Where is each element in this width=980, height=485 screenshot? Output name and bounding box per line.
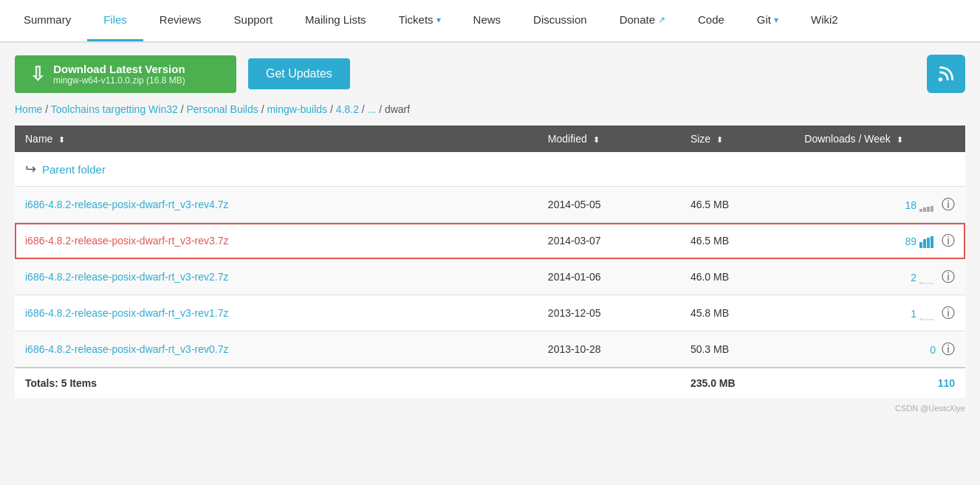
donate-external-icon: ↗ bbox=[658, 15, 665, 25]
svg-rect-8 bbox=[931, 236, 933, 248]
file-link[interactable]: i686-4.8.2-release-posix-dwarf-rt_v3-rev… bbox=[25, 271, 228, 283]
table-header-row: Name ⬍ Modified ⬍ Size ⬍ Downloads / Wee… bbox=[15, 125, 965, 152]
info-icon[interactable]: ⓘ bbox=[942, 233, 955, 248]
totals-size: 235.0 MB bbox=[680, 368, 794, 398]
svg-rect-11 bbox=[927, 283, 930, 284]
file-downloads: 18ⓘ bbox=[794, 187, 965, 223]
download-button-label: Download Latest Version bbox=[53, 63, 185, 75]
svg-rect-14 bbox=[923, 319, 926, 320]
breadcrumb-current: dwarf bbox=[385, 103, 410, 115]
col-header-size[interactable]: Size ⬍ bbox=[680, 125, 794, 152]
file-size: 45.8 MB bbox=[680, 295, 794, 331]
nav-mailing-lists[interactable]: Mailing Lists bbox=[289, 0, 383, 41]
file-modified: 2014-01-06 bbox=[538, 259, 680, 295]
info-icon[interactable]: ⓘ bbox=[942, 306, 955, 320]
rss-icon bbox=[936, 64, 956, 83]
col-header-modified[interactable]: Modified ⬍ bbox=[538, 125, 680, 152]
main-content: ⇩ Download Latest Version mingw-w64-v11.… bbox=[0, 43, 980, 424]
file-link[interactable]: i686-4.8.2-release-posix-dwarf-rt_v3-rev… bbox=[25, 235, 228, 247]
svg-point-0 bbox=[939, 78, 942, 81]
download-button-sub: mingw-w64-v11.0.0.zip (16.8 MB) bbox=[53, 75, 185, 86]
top-navigation: Summary Files Reviews Support Mailing Li… bbox=[0, 0, 980, 43]
mini-chart bbox=[919, 200, 936, 212]
file-downloads: 2ⓘ bbox=[794, 259, 965, 295]
table-row: i686-4.8.2-release-posix-dwarf-rt_v3-rev… bbox=[15, 259, 965, 295]
file-link[interactable]: i686-4.8.2-release-posix-dwarf-rt_v3-rev… bbox=[25, 307, 228, 319]
breadcrumb-home[interactable]: Home bbox=[15, 103, 42, 115]
name-sort-icon: ⬍ bbox=[58, 135, 65, 144]
nav-wiki2[interactable]: Wiki2 bbox=[795, 0, 854, 41]
breadcrumb-toolchains[interactable]: Toolchains targetting Win32 bbox=[51, 103, 178, 115]
svg-rect-7 bbox=[927, 238, 930, 248]
mini-chart bbox=[919, 309, 936, 320]
svg-rect-3 bbox=[927, 207, 930, 212]
col-header-name[interactable]: Name ⬍ bbox=[15, 125, 538, 152]
download-bar: ⇩ Download Latest Version mingw-w64-v11.… bbox=[15, 55, 965, 93]
parent-folder-link[interactable]: Parent folder bbox=[42, 163, 106, 176]
download-icon: ⇩ bbox=[30, 63, 46, 86]
file-modified: 2013-12-05 bbox=[538, 295, 680, 331]
info-icon[interactable]: ⓘ bbox=[942, 342, 955, 357]
nav-donate[interactable]: Donate ↗ bbox=[603, 0, 682, 41]
rss-button[interactable] bbox=[927, 55, 965, 93]
svg-rect-6 bbox=[923, 239, 926, 248]
breadcrumb-version[interactable]: 4.8.2 bbox=[336, 103, 359, 115]
file-downloads: 89ⓘ bbox=[794, 223, 965, 259]
nav-git[interactable]: Git ▾ bbox=[741, 0, 795, 41]
info-icon[interactable]: ⓘ bbox=[942, 269, 955, 284]
totals-label: Totals: 5 Items bbox=[15, 368, 538, 398]
svg-rect-13 bbox=[919, 318, 922, 320]
parent-folder-row: ↪ Parent folder bbox=[15, 152, 965, 187]
downloads-sort-icon: ⬍ bbox=[897, 135, 903, 144]
svg-rect-15 bbox=[927, 319, 930, 320]
file-modified: 2013-10-28 bbox=[538, 331, 680, 368]
file-link[interactable]: i686-4.8.2-release-posix-dwarf-rt_v3-rev… bbox=[25, 199, 228, 210]
svg-rect-1 bbox=[919, 209, 922, 212]
breadcrumb-personal-builds[interactable]: Personal Builds bbox=[186, 103, 258, 115]
table-row: i686-4.8.2-release-posix-dwarf-rt_v3-rev… bbox=[15, 223, 965, 259]
nav-reviews[interactable]: Reviews bbox=[143, 0, 218, 41]
svg-rect-16 bbox=[931, 319, 933, 320]
file-table: Name ⬍ Modified ⬍ Size ⬍ Downloads / Wee… bbox=[15, 125, 965, 398]
svg-rect-12 bbox=[931, 283, 933, 284]
tickets-dropdown-icon: ▾ bbox=[436, 15, 441, 25]
col-header-downloads[interactable]: Downloads / Week ⬍ bbox=[794, 125, 965, 152]
nav-files[interactable]: Files bbox=[87, 0, 143, 41]
file-link[interactable]: i686-4.8.2-release-posix-dwarf-rt_v3-rev… bbox=[25, 343, 228, 355]
parent-folder-arrow-icon: ↪ bbox=[25, 161, 36, 177]
nav-news[interactable]: News bbox=[457, 0, 518, 41]
breadcrumb-ellipsis[interactable]: ... bbox=[368, 103, 377, 115]
file-modified: 2014-03-07 bbox=[538, 223, 680, 259]
mini-chart bbox=[919, 272, 936, 284]
modified-sort-icon: ⬍ bbox=[593, 135, 600, 144]
nav-discussion[interactable]: Discussion bbox=[517, 0, 603, 41]
file-modified: 2014-05-05 bbox=[538, 187, 680, 223]
table-row: i686-4.8.2-release-posix-dwarf-rt_v3-rev… bbox=[15, 295, 965, 331]
breadcrumb: Home / Toolchains targetting Win32 / Per… bbox=[15, 103, 965, 115]
download-button[interactable]: ⇩ Download Latest Version mingw-w64-v11.… bbox=[15, 55, 236, 93]
file-size: 50.3 MB bbox=[680, 331, 794, 368]
totals-row: Totals: 5 Items 235.0 MB 110 bbox=[15, 368, 965, 398]
nav-support[interactable]: Support bbox=[218, 0, 289, 41]
table-row: i686-4.8.2-release-posix-dwarf-rt_v3-rev… bbox=[15, 331, 965, 368]
git-dropdown-icon: ▾ bbox=[774, 15, 778, 25]
breadcrumb-mingw-builds[interactable]: mingw-builds bbox=[267, 103, 327, 115]
info-icon[interactable]: ⓘ bbox=[942, 197, 955, 212]
svg-rect-2 bbox=[923, 207, 926, 212]
nav-tickets[interactable]: Tickets ▾ bbox=[383, 0, 457, 41]
nav-code[interactable]: Code bbox=[682, 0, 741, 41]
watermark: CSDN @UestcXiye bbox=[15, 404, 965, 413]
nav-summary[interactable]: Summary bbox=[7, 0, 87, 41]
mini-chart bbox=[919, 236, 936, 248]
size-sort-icon: ⬍ bbox=[716, 135, 723, 144]
totals-downloads: 110 bbox=[794, 368, 965, 398]
file-size: 46.5 MB bbox=[680, 223, 794, 259]
file-downloads: 0ⓘ bbox=[794, 331, 965, 368]
file-size: 46.0 MB bbox=[680, 259, 794, 295]
svg-rect-4 bbox=[931, 206, 933, 212]
table-row: i686-4.8.2-release-posix-dwarf-rt_v3-rev… bbox=[15, 187, 965, 223]
get-updates-button[interactable]: Get Updates bbox=[248, 58, 350, 89]
svg-rect-10 bbox=[923, 283, 926, 284]
svg-rect-5 bbox=[919, 242, 922, 248]
file-size: 46.5 MB bbox=[680, 187, 794, 223]
